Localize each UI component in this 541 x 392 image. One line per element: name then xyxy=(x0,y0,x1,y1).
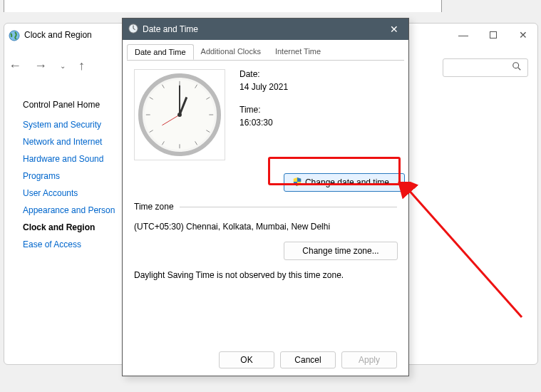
date-time-dialog: Date and Time ✕ Date and TimeAdditional … xyxy=(122,18,409,376)
search-icon xyxy=(512,61,522,74)
sidebar-item[interactable]: Network and Internet xyxy=(23,137,115,147)
svg-point-1 xyxy=(513,63,519,68)
sidebar-item[interactable]: Hardware and Sound xyxy=(23,154,115,164)
close-dialog-button[interactable]: ✕ xyxy=(380,19,408,40)
separator xyxy=(180,207,397,207)
globe-icon xyxy=(9,30,20,44)
dst-info: Daylight Saving Time is not observed by … xyxy=(134,270,397,280)
dropdown-caret-icon[interactable]: ⌄ xyxy=(60,62,66,70)
close-window-button[interactable]: ✕ xyxy=(517,29,529,41)
svg-line-2 xyxy=(518,68,521,71)
svg-point-0 xyxy=(9,31,19,41)
sidebar-item[interactable]: Appearance and Personalization xyxy=(23,205,115,215)
up-button[interactable]: ↑ xyxy=(78,58,85,73)
timezone-heading: Time zone xyxy=(134,202,174,212)
sidebar-item[interactable]: System and Security xyxy=(23,120,115,130)
analog-clock xyxy=(134,69,225,160)
dialog-tab[interactable]: Additional Clocks xyxy=(194,44,268,60)
shield-icon xyxy=(292,177,302,189)
sidebar-heading: Control Panel Home xyxy=(23,100,115,110)
change-date-time-button[interactable]: Change date and time... xyxy=(284,173,405,192)
sidebar-item[interactable]: Programs xyxy=(23,171,115,181)
time-value: 16:03:30 xyxy=(239,118,288,128)
svg-point-23 xyxy=(177,113,182,117)
window-title: Clock and Region xyxy=(24,30,92,40)
maximize-button[interactable] xyxy=(488,29,499,41)
timezone-value: (UTC+05:30) Chennai, Kolkata, Mumbai, Ne… xyxy=(134,222,397,232)
cancel-button[interactable]: Cancel xyxy=(280,351,336,368)
time-label: Time: xyxy=(239,105,288,115)
minimize-button[interactable]: — xyxy=(458,29,469,41)
nav-controls: ← → ⌄ ↑ xyxy=(9,58,85,73)
dialog-tab[interactable]: Internet Time xyxy=(268,44,328,60)
apply-button[interactable]: Apply xyxy=(341,351,397,368)
search-box[interactable] xyxy=(443,58,528,77)
dialog-tab[interactable]: Date and Time xyxy=(127,44,194,60)
date-label: Date: xyxy=(239,69,288,79)
dialog-icon xyxy=(128,24,138,36)
sidebar-item[interactable]: User Accounts xyxy=(23,188,115,198)
forward-button[interactable]: → xyxy=(34,58,47,73)
sidebar-item[interactable]: Ease of Access xyxy=(23,239,115,249)
sidebar-item[interactable]: Clock and Region xyxy=(23,222,115,232)
ok-button[interactable]: OK xyxy=(219,351,274,368)
back-button[interactable]: ← xyxy=(9,58,21,73)
topwindow-edge xyxy=(4,0,442,12)
change-timezone-button[interactable]: Change time zone... xyxy=(284,242,398,260)
dialog-title: Date and Time xyxy=(143,24,198,34)
date-value: 14 July 2021 xyxy=(239,82,288,92)
